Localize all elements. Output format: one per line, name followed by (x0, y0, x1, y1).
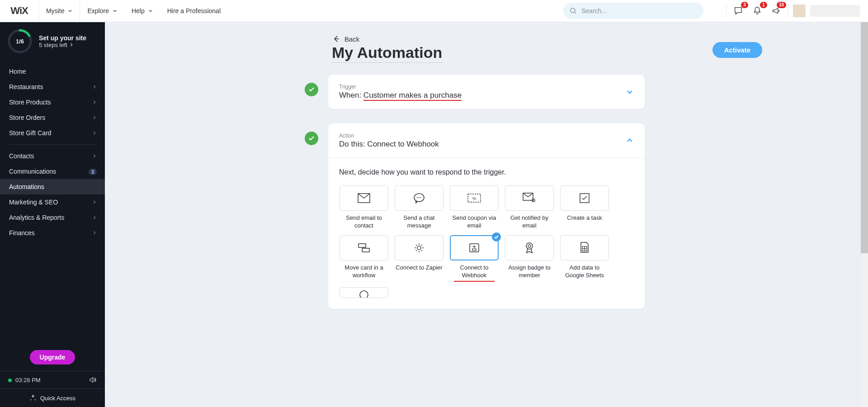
action-option-box[interactable] (560, 235, 609, 260)
bell-icon-button[interactable]: 1 (750, 4, 764, 18)
upgrade-button[interactable]: Upgrade (30, 350, 75, 364)
trigger-card: Trigger When: Customer makes a purchase (328, 75, 645, 109)
action-option-box[interactable] (505, 235, 554, 260)
explore-label: Explore (87, 7, 108, 14)
quick-access[interactable]: Quick Access (0, 388, 105, 407)
hire-link[interactable]: Hire a Professional (160, 0, 228, 22)
sparkle-icon (29, 394, 37, 402)
action-label: Action (339, 133, 439, 139)
svg-point-0 (571, 8, 575, 13)
action-option-box[interactable] (340, 287, 388, 298)
action-option-box[interactable] (505, 185, 554, 211)
action-option-box[interactable] (340, 185, 388, 211)
topbar: WiX Mysite Explore Help Hire a Professio… (0, 0, 868, 22)
wix-logo[interactable]: WiX (0, 0, 39, 22)
action-header[interactable]: Action Do this: Connect to Webhook (328, 123, 645, 158)
sidebar-item-store-gift-card[interactable]: Store Gift Card (0, 125, 105, 141)
quick-access-label: Quick Access (40, 395, 75, 402)
sheets-icon (580, 242, 590, 254)
main-content: Activate Back My Automation (105, 22, 868, 407)
coupon-icon: % (467, 194, 481, 203)
action-option-label: Assign badge to member (505, 264, 554, 279)
sidebar-item-label: Store Gift Card (9, 129, 51, 137)
chevron-right-icon (92, 154, 97, 158)
action-option-label: Send a chat message (394, 214, 444, 230)
action-option-box[interactable] (395, 235, 443, 260)
trigger-header[interactable]: Trigger When: Customer makes a purchase (328, 75, 645, 109)
svg-point-19 (528, 245, 531, 247)
action-option-create-a-task: Create a task (560, 185, 609, 230)
sidebar-item-restaurants[interactable]: Restaurants (0, 79, 105, 95)
svg-point-15 (417, 246, 421, 250)
action-option-box[interactable] (560, 185, 609, 211)
action-card: Action Do this: Connect to Webhook Next,… (328, 123, 645, 309)
bell-badge: 1 (760, 2, 767, 8)
trigger-title: When: Customer makes a purchase (339, 91, 462, 100)
search-placeholder: Search... (581, 7, 607, 14)
sidebar-item-label: Analytics & Reports (9, 214, 64, 221)
sidebar-item-marketing-seo[interactable]: Marketing & SEO (0, 194, 105, 210)
svg-rect-13 (359, 244, 366, 247)
back-link[interactable]: Back (332, 35, 645, 43)
search-icon (570, 7, 577, 14)
action-option-label: Send coupon via email (449, 214, 499, 230)
sidebar-item-store-products[interactable]: Store Products (0, 95, 105, 110)
action-check-icon (305, 132, 318, 145)
sidebar-item-contacts[interactable]: Contacts (0, 148, 105, 164)
sidebar-item-finances[interactable]: Finances (0, 225, 105, 241)
sidebar-item-automations[interactable]: Automations (0, 179, 105, 194)
circle-arrow-icon (359, 289, 369, 298)
action-option-label: Send email to contact (339, 214, 389, 230)
sidebar-item-store-orders[interactable]: Store Orders (0, 110, 105, 125)
hire-label: Hire a Professional (167, 7, 221, 14)
back-label: Back (344, 35, 359, 43)
upgrade-wrap: Upgrade (0, 340, 105, 371)
option-underline (454, 281, 495, 282)
action-option-box[interactable] (450, 235, 499, 260)
action-option-label: Connect to Zapier (396, 264, 442, 272)
announce-icon-button[interactable]: 10 (769, 4, 783, 18)
action-option-send-coupon-via-email: %Send coupon via email (449, 185, 499, 230)
svg-point-23 (360, 291, 368, 298)
chevron-right-icon (92, 85, 97, 89)
sidebar-item-home[interactable]: Home (0, 64, 105, 79)
activate-button[interactable]: Activate (712, 42, 762, 58)
gear-icon (414, 242, 425, 253)
progress-label: 1/6 (7, 28, 33, 54)
action-option-label: Connect to Webhook (449, 264, 499, 279)
action-option-box[interactable] (340, 235, 388, 260)
divider (726, 5, 726, 17)
mysite-dropdown[interactable]: Mysite (39, 0, 80, 22)
action-option-label: Add data to Google Sheets (560, 264, 609, 279)
sidebar-item-communications[interactable]: Communications3 (0, 164, 105, 179)
action-option-box[interactable]: % (450, 185, 499, 211)
action-option-connect-to-webhook: Connect to Webhook (449, 235, 499, 282)
svg-point-8 (420, 197, 421, 198)
topbar-right: Search... 3 1 10 (228, 3, 868, 19)
action-option-label: Move card in a workflow (339, 264, 389, 279)
sidebar-item-label: Contacts (9, 152, 34, 160)
avatar[interactable] (793, 5, 806, 17)
action-option-send-email-to-contact: Send email to contact (339, 185, 389, 230)
page-title[interactable]: My Automation (332, 44, 442, 63)
chevron-right-icon (92, 131, 97, 135)
help-label: Help (132, 7, 145, 14)
scrollbar[interactable] (861, 22, 868, 407)
help-dropdown[interactable]: Help (124, 0, 160, 22)
search-input[interactable]: Search... (563, 3, 703, 19)
sidebar-item-analytics-reports[interactable]: Analytics & Reports (0, 210, 105, 225)
explore-dropdown[interactable]: Explore (80, 0, 124, 22)
setup-progress[interactable]: 1/6 Set up your site 5 steps left (0, 22, 105, 60)
chevron-down-icon (148, 9, 153, 13)
sidebar-item-label: Store Orders (9, 114, 45, 121)
chat-icon-button[interactable]: 3 (731, 4, 745, 18)
setup-title: Set up your site (39, 34, 86, 42)
scrollbar-thumb[interactable] (861, 22, 868, 253)
action-option-box[interactable] (395, 185, 443, 211)
profile-name[interactable] (810, 5, 860, 17)
chevron-right-icon (69, 43, 74, 47)
chevron-right-icon (92, 115, 97, 120)
action-helper: Next, decide how you want to respond to … (339, 168, 634, 176)
mysite-label: Mysite (46, 7, 64, 14)
volume-icon[interactable] (89, 376, 97, 384)
